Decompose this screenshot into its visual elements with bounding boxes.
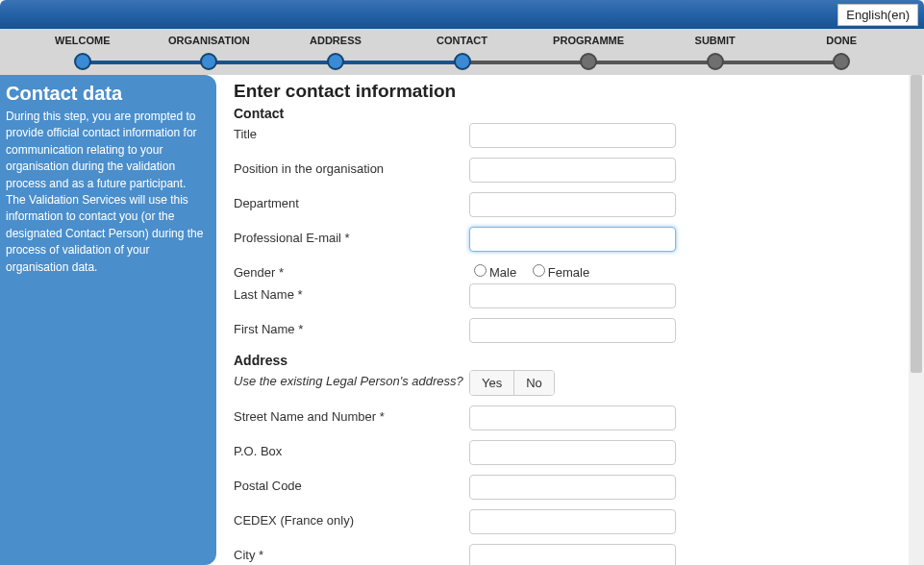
sidebar-title: Contact data	[6, 83, 207, 105]
step-dot	[580, 53, 597, 70]
steps-container: WELCOMEORGANISATIONADDRESSCONTACTPROGRAM…	[19, 29, 905, 75]
radio-male-text: Male	[489, 265, 516, 280]
button-no[interactable]: No	[514, 371, 554, 395]
label-title: Title	[234, 123, 469, 141]
label-first-name: First Name *	[234, 318, 469, 336]
step-dot	[74, 53, 91, 70]
sidebar-help-panel: Contact data During this step, you are p…	[0, 75, 216, 565]
input-po-box[interactable]	[469, 440, 676, 465]
step-label: DONE	[826, 35, 857, 46]
radio-female-text: Female	[548, 265, 589, 280]
step-progress-bar: WELCOMEORGANISATIONADDRESSCONTACTPROGRAM…	[0, 29, 924, 75]
radio-female-label[interactable]: Female	[528, 265, 589, 280]
input-street[interactable]	[469, 405, 676, 430]
scrollbar-thumb[interactable]	[911, 75, 922, 373]
step-label: SUBMIT	[695, 35, 736, 46]
input-title[interactable]	[469, 123, 676, 148]
label-position: Position in the organisation	[234, 158, 469, 176]
step-dot	[454, 53, 471, 70]
radio-male[interactable]	[474, 264, 487, 277]
yes-no-toggle: Yes No	[469, 370, 555, 396]
step-programme[interactable]: PROGRAMME	[525, 29, 652, 75]
input-cedex[interactable]	[469, 509, 676, 534]
scrollbar-vertical[interactable]	[909, 75, 924, 565]
button-yes[interactable]: Yes	[470, 371, 514, 395]
section-contact-title: Contact	[234, 106, 907, 121]
step-welcome[interactable]: WELCOME	[19, 29, 146, 75]
language-selector[interactable]: English(en)	[837, 4, 918, 26]
step-label: CONTACT	[437, 35, 487, 46]
input-postal-code[interactable]	[469, 475, 676, 500]
gender-radio-group: Male Female	[469, 261, 676, 280]
step-submit[interactable]: SUBMIT	[652, 29, 779, 75]
label-city: City *	[234, 544, 469, 562]
label-email: Professional E-mail *	[234, 227, 469, 245]
label-department: Department	[234, 192, 469, 210]
label-postal-code: Postal Code	[234, 475, 469, 493]
step-dot	[327, 53, 344, 70]
input-city[interactable]	[469, 544, 676, 565]
input-last-name[interactable]	[469, 283, 676, 308]
step-dot	[200, 53, 217, 70]
radio-male-label[interactable]: Male	[469, 265, 516, 280]
label-last-name: Last Name *	[234, 283, 469, 302]
label-po-box: P.O. Box	[234, 440, 469, 458]
label-street: Street Name and Number *	[234, 405, 469, 424]
step-address[interactable]: ADDRESS	[272, 29, 399, 75]
main-form-area: Enter contact information Contact Title …	[216, 75, 924, 565]
section-address-title: Address	[234, 353, 907, 368]
input-first-name[interactable]	[469, 318, 676, 343]
step-label: PROGRAMME	[553, 35, 624, 46]
sidebar-body: During this step, you are prompted to pr…	[6, 109, 207, 276]
page-title: Enter contact information	[234, 81, 907, 102]
label-cedex: CEDEX (France only)	[234, 509, 469, 528]
step-label: ADDRESS	[310, 35, 362, 46]
step-contact[interactable]: CONTACT	[399, 29, 526, 75]
input-department[interactable]	[469, 192, 676, 217]
step-organisation[interactable]: ORGANISATION	[146, 29, 273, 75]
radio-female[interactable]	[533, 264, 545, 277]
step-dot	[833, 53, 850, 70]
input-position[interactable]	[469, 158, 676, 183]
step-label: ORGANISATION	[168, 35, 250, 46]
top-bar: English(en)	[0, 0, 924, 29]
step-label: WELCOME	[55, 35, 110, 46]
label-gender: Gender *	[234, 261, 469, 280]
step-done[interactable]: DONE	[778, 29, 905, 75]
label-use-existing: Use the existing Legal Person's address?	[234, 370, 469, 388]
step-dot	[707, 53, 724, 70]
input-email[interactable]	[469, 227, 676, 252]
